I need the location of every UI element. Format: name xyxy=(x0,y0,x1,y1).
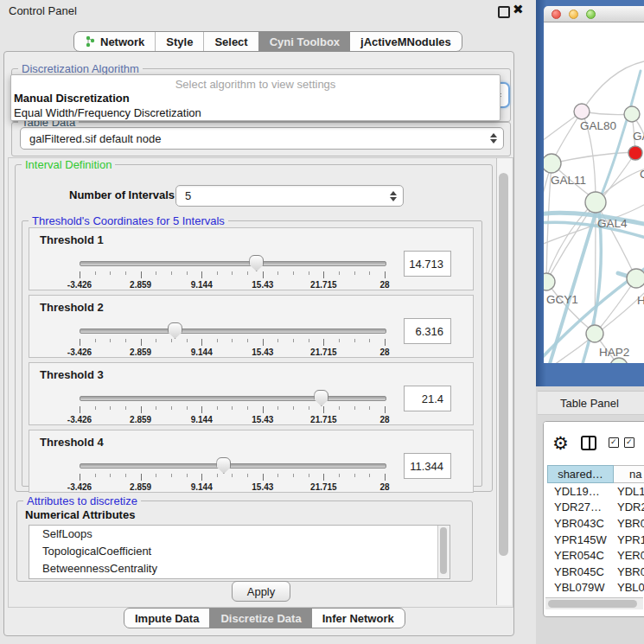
threshold-value-field[interactable]: 11.344 xyxy=(404,453,451,479)
network-node-green[interactable] xyxy=(586,325,603,342)
list-scrollbar-thumb[interactable] xyxy=(440,527,447,574)
network-edge[interactable] xyxy=(546,282,592,331)
slider-track[interactable] xyxy=(80,396,386,401)
table-panel-title: Table Panel xyxy=(560,397,619,410)
numerical-attributes-label: Numerical Attributes xyxy=(25,508,135,521)
table-row[interactable]: YBR043CYBR0 xyxy=(547,515,644,532)
apply-button[interactable]: Apply xyxy=(232,581,290,602)
tab-select[interactable]: Select xyxy=(203,32,258,51)
checkbox-checked-icon[interactable]: ✓ xyxy=(624,437,634,448)
slider-thumb[interactable] xyxy=(314,390,328,406)
slider-ticks xyxy=(80,339,385,346)
checkbox-checked-icon[interactable]: ✓ xyxy=(609,437,619,448)
major-tick xyxy=(263,271,264,278)
attribute-item[interactable]: SelfLoops xyxy=(29,526,450,543)
threshold-slider[interactable]: -3.4262.8599.14415.4321.71528 xyxy=(80,463,385,489)
network-node-green[interactable] xyxy=(585,192,606,213)
network-edge[interactable] xyxy=(582,61,644,112)
close-traffic-light-icon[interactable] xyxy=(552,10,561,19)
cyni-mode-tabs: Impute DataDiscretize DataInfer Network xyxy=(124,608,405,628)
cell-shared-name: YBR043C xyxy=(547,517,614,530)
major-tick xyxy=(141,339,142,346)
threshold-label: Threshold 2 xyxy=(40,301,104,314)
tick-label: 9.144 xyxy=(191,348,213,357)
table-panel-titlebar: Table Panel xyxy=(538,391,644,415)
minimize-traffic-light-icon[interactable] xyxy=(569,10,578,19)
table-row[interactable]: YBL079WYBL0 xyxy=(547,580,644,596)
major-tick xyxy=(385,474,386,481)
tab-style[interactable]: Style xyxy=(155,32,203,51)
tab-network[interactable]: Network xyxy=(74,32,155,51)
tab-jactivemnodules[interactable]: jActiveMNodules xyxy=(350,32,462,51)
slider-track[interactable] xyxy=(80,261,386,266)
threshold-slider[interactable]: -3.4262.8599.14415.4321.71528 xyxy=(80,261,385,287)
cell-shared-name: YDR27… xyxy=(547,501,614,513)
table-row[interactable]: YER054CYER0 xyxy=(547,547,644,564)
slider-thumb[interactable] xyxy=(216,457,231,474)
major-tick xyxy=(201,271,202,278)
network-node-green[interactable] xyxy=(544,154,561,173)
tab-cyni-toolbox[interactable]: Cyni Toolbox xyxy=(258,32,350,51)
threshold-value-field[interactable]: 21.4 xyxy=(404,386,451,411)
table-row[interactable]: YDL19…YDL1 xyxy=(547,483,644,500)
dropdown-option-equal-width[interactable]: Equal Width/Frequency Discretization xyxy=(11,105,500,120)
attribute-item[interactable]: TopologicalCoefficient xyxy=(29,543,450,560)
thresholds-group-title: Threshold's Coordinates for 5 Intervals xyxy=(29,214,228,227)
table-row[interactable]: YPR145WYPR1 xyxy=(547,532,644,548)
horizontal-scrollbar-thumb[interactable] xyxy=(548,600,637,608)
float-window-icon[interactable] xyxy=(498,6,510,18)
tab-label: Network xyxy=(100,35,144,48)
tick-label: 15.43 xyxy=(252,280,273,290)
threshold-slider[interactable]: -3.4262.8599.14415.4321.71528 xyxy=(80,396,385,422)
major-tick xyxy=(385,406,386,413)
network-edge-highlighted[interactable] xyxy=(544,222,644,239)
split-columns-icon[interactable] xyxy=(581,436,596,450)
close-icon[interactable]: ✖ xyxy=(513,2,524,17)
table-data-combobox[interactable]: galFiltered.sif default node xyxy=(20,127,504,150)
tab-infer-network[interactable]: Infer Network xyxy=(312,609,405,628)
network-node-green[interactable] xyxy=(544,273,555,290)
cell-shared-name: YER054C xyxy=(547,549,614,562)
tick-label: 15.43 xyxy=(252,348,273,357)
network-window-titlebar[interactable] xyxy=(544,6,644,22)
network-node-green[interactable] xyxy=(627,269,644,288)
vertical-scrollbar[interactable] xyxy=(496,158,512,605)
threshold-value-field[interactable]: 6.316 xyxy=(404,318,451,344)
column-header-shared-name[interactable]: shared… xyxy=(547,465,614,483)
threshold-box-1: Threshold 1-3.4262.8599.14415.4321.71528… xyxy=(29,227,474,290)
scrollbar-thumb[interactable] xyxy=(499,173,508,556)
major-tick xyxy=(141,406,142,413)
network-node-green[interactable] xyxy=(624,106,640,122)
dropdown-option-manual[interactable]: Manual Discretization xyxy=(11,91,500,105)
num-intervals-combobox[interactable]: 5 xyxy=(175,185,404,207)
network-graph[interactable]: GAL80GACGAL11GAL4GCY1HHAP2 xyxy=(544,22,644,363)
list-scrollbar[interactable] xyxy=(437,526,450,578)
major-tick xyxy=(201,339,202,346)
cell-name: YBR0 xyxy=(614,517,644,530)
column-header-name[interactable]: na xyxy=(614,465,644,483)
major-tick xyxy=(80,339,80,346)
slider-thumb[interactable] xyxy=(168,322,182,339)
horizontal-scrollbar[interactable] xyxy=(545,597,643,609)
tick-label: 15.43 xyxy=(252,415,273,424)
table-row[interactable]: YBR045CYBR0 xyxy=(547,564,644,580)
combo-arrows-icon xyxy=(387,191,399,201)
threshold-value-field[interactable]: 14.713 xyxy=(404,251,451,277)
attribute-item[interactable]: BetweennessCentrality xyxy=(29,560,450,577)
network-edge[interactable] xyxy=(544,114,578,143)
major-tick xyxy=(323,474,324,481)
threshold-slider[interactable]: -3.4262.8599.14415.4321.71528 xyxy=(80,328,385,354)
slider-track[interactable] xyxy=(80,328,386,334)
slider-thumb[interactable] xyxy=(249,255,264,271)
network-view-canvas[interactable]: GAL80GACGAL11GAL4GCY1HHAP2 xyxy=(544,22,644,363)
threshold-label: Threshold 4 xyxy=(40,436,104,449)
tab-impute-data[interactable]: Impute Data xyxy=(124,609,209,628)
tab-discretize-data[interactable]: Discretize Data xyxy=(209,609,311,628)
table-row[interactable]: YDR27…YDR2 xyxy=(547,500,644,516)
tick-label: -3.426 xyxy=(67,482,92,492)
settings-gear-icon[interactable]: ⚙ xyxy=(552,434,569,452)
zoom-traffic-light-icon[interactable] xyxy=(586,10,596,19)
network-node-red[interactable] xyxy=(628,146,642,160)
network-node-pink[interactable] xyxy=(574,104,590,119)
slider-track[interactable] xyxy=(80,463,386,469)
